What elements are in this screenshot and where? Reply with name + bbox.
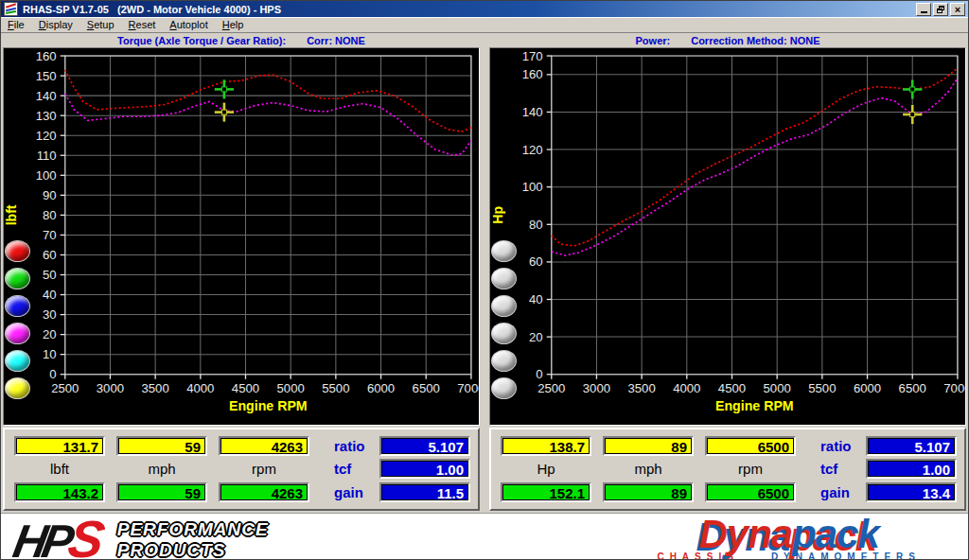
torque-peak-rpm: 4263 — [219, 482, 309, 502]
power-trace-button-gray-3[interactable] — [492, 296, 516, 316]
power-chart[interactable]: 0204060801001201401601702500300035004000… — [490, 48, 965, 425]
svg-text:5000: 5000 — [277, 381, 305, 395]
torque-trace-button-green[interactable] — [6, 269, 29, 289]
menu-item-display[interactable]: Display — [39, 19, 73, 30]
power-correction-label: Correction Method: NONE — [691, 35, 819, 46]
power-trace-button-gray-1[interactable] — [492, 241, 516, 261]
torque-readout-panel: 131.7 59 4263 ratio 5.107 lbft mph rpm t… — [3, 428, 480, 511]
hps-logo: HPS PERFORMANCE PRODUCTS — [14, 514, 269, 560]
rpm-unit-label: rpm — [705, 461, 796, 477]
torque-chart-header: Torque (Axle Torque / Gear Ratio): Corr:… — [3, 34, 480, 47]
svg-text:3500: 3500 — [141, 381, 168, 395]
menu-item-help[interactable]: Help — [222, 19, 244, 30]
menu-item-setup[interactable]: Setup — [87, 19, 115, 30]
svg-text:60: 60 — [43, 248, 57, 262]
power-unit-label: Hp — [501, 461, 591, 477]
svg-text:20: 20 — [529, 330, 543, 344]
restore-button[interactable] — [933, 3, 948, 16]
minimize-button[interactable] — [916, 3, 931, 16]
power-cursor-rpm: 6500 — [705, 436, 796, 456]
svg-text:140: 140 — [522, 105, 543, 119]
power-peak-mph: 89 — [603, 482, 694, 502]
menu-item-autoplot[interactable]: Autoplot — [169, 19, 207, 30]
svg-text:70: 70 — [43, 228, 57, 242]
logo-strip: HPS PERFORMANCE PRODUCTS Dynapack CHASSI… — [1, 513, 968, 560]
close-icon: × — [955, 4, 960, 15]
svg-text:4000: 4000 — [186, 381, 214, 395]
torque-peak-value: 143.2 — [14, 482, 105, 502]
svg-text:120: 120 — [522, 143, 543, 157]
svg-text:10: 10 — [43, 347, 57, 361]
power-chart-header: Power: Correction Method: NONE — [489, 34, 966, 47]
svg-text:Engine RPM: Engine RPM — [229, 398, 308, 413]
tcf-value: 1.00 — [866, 459, 957, 479]
tcf-label: tcf — [807, 461, 854, 477]
torque-run-magenta — [65, 94, 471, 155]
window-title: RHAS-SP V1.7-05 (2WD - Motor Vehicle 400… — [23, 4, 914, 15]
tcf-value: 1.00 — [379, 459, 470, 479]
menu-item-reset[interactable]: Reset — [129, 19, 156, 30]
torque-cursor-value: 131.7 — [14, 436, 105, 456]
torque-cursor-mph: 59 — [116, 436, 207, 456]
torque-chart[interactable]: 0102030405060708090100110120130140150160… — [4, 48, 479, 425]
svg-text:0: 0 — [49, 367, 56, 381]
readouts-row: 131.7 59 4263 ratio 5.107 lbft mph rpm t… — [1, 426, 968, 513]
svg-text:Hp: Hp — [490, 206, 505, 224]
torque-trace-button-red[interactable] — [6, 241, 29, 261]
power-trace-button-gray-2[interactable] — [492, 269, 516, 289]
cursor-green-marker[interactable] — [903, 79, 922, 98]
svg-text:5000: 5000 — [764, 381, 791, 395]
hps-logo-mark: HPS — [9, 514, 108, 560]
power-chart-panel: Power: Correction Method: NONE 020406080… — [489, 34, 966, 426]
ratio-label: ratio — [321, 438, 368, 454]
svg-text:3000: 3000 — [583, 381, 610, 395]
cursor-yellow-marker[interactable] — [903, 105, 922, 124]
torque-correction-label: Corr: NONE — [307, 35, 365, 46]
hps-logo-words: PERFORMANCE PRODUCTS — [117, 519, 269, 560]
power-trace-button-gray-6[interactable] — [492, 378, 516, 398]
torque-chart-area: 0102030405060708090100110120130140150160… — [3, 47, 480, 426]
menu-item-file[interactable]: File — [8, 19, 25, 30]
ratio-value: 5.107 — [379, 436, 470, 456]
torque-peak-mph: 59 — [116, 482, 207, 502]
svg-text:2500: 2500 — [537, 381, 565, 395]
power-trace-button-gray-5[interactable] — [492, 351, 516, 371]
torque-trace-button-yellow[interactable] — [6, 378, 29, 398]
svg-text:100: 100 — [522, 180, 543, 194]
svg-text:Engine RPM: Engine RPM — [715, 398, 794, 413]
minimize-icon — [921, 11, 927, 13]
torque-trace-button-blue[interactable] — [6, 296, 29, 316]
power-run-magenta — [552, 79, 958, 255]
svg-text:3500: 3500 — [627, 381, 655, 395]
svg-text:80: 80 — [43, 208, 57, 222]
gain-value: 11.5 — [379, 482, 470, 502]
svg-text:20: 20 — [43, 327, 57, 341]
svg-text:6000: 6000 — [367, 381, 395, 395]
close-button[interactable]: × — [950, 3, 965, 16]
mph-unit-label: mph — [603, 461, 694, 477]
dynapack-subtitle: CHASSIS DYNAMOMETERS — [657, 551, 921, 560]
gain-label: gain — [321, 484, 368, 500]
power-readout-panel: 138.7 89 6500 ratio 5.107 Hp mph rpm tcf… — [489, 428, 966, 511]
svg-text:50: 50 — [43, 268, 57, 282]
svg-text:0: 0 — [536, 367, 542, 381]
power-peak-value: 152.1 — [501, 482, 591, 502]
svg-text:5500: 5500 — [808, 381, 836, 395]
power-run-red — [552, 68, 958, 246]
title-bar: RHAS-SP V1.7-05 (2WD - Motor Vehicle 400… — [1, 1, 968, 17]
svg-text:lbft: lbft — [4, 204, 19, 225]
svg-text:110: 110 — [37, 149, 57, 163]
svg-text:4000: 4000 — [673, 381, 700, 395]
svg-text:130: 130 — [36, 109, 57, 123]
torque-header-label: Torque (Axle Torque / Gear Ratio): — [117, 35, 286, 46]
torque-trace-button-magenta[interactable] — [6, 324, 29, 343]
cursor-yellow-marker[interactable] — [215, 103, 234, 122]
svg-text:90: 90 — [43, 188, 57, 202]
torque-trace-button-cyan[interactable] — [6, 351, 29, 371]
power-trace-button-gray-4[interactable] — [492, 324, 516, 343]
menu-bar: FileDisplaySetupResetAutoplotHelp — [1, 17, 968, 33]
svg-text:160: 160 — [522, 67, 543, 81]
svg-text:6500: 6500 — [413, 381, 440, 395]
svg-text:30: 30 — [43, 307, 57, 322]
torque-run-red — [65, 70, 471, 131]
